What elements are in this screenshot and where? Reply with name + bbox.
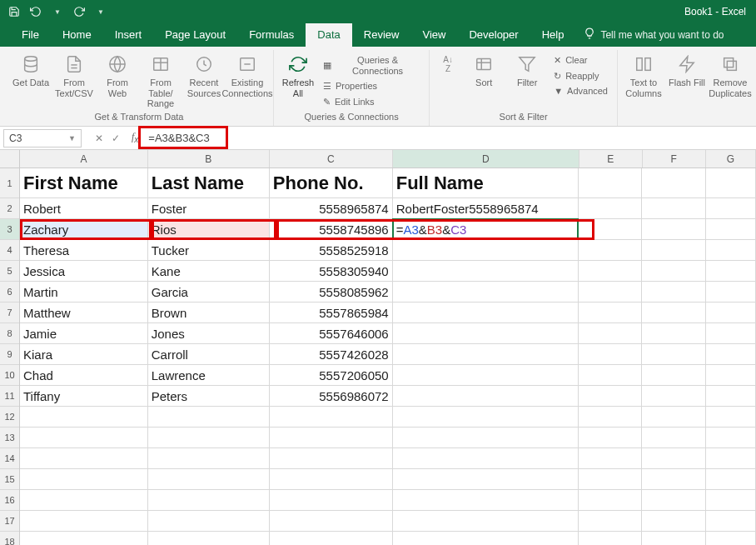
cell[interactable] [579,282,642,302]
cell[interactable] [148,469,270,490]
cell[interactable] [148,490,270,511]
tab-home[interactable]: Home [51,23,103,47]
cell[interactable] [642,168,705,198]
row-header[interactable]: 8 [0,323,19,344]
sort-az-button[interactable]: A↓Z [436,52,460,75]
cell[interactable]: Robert [20,198,148,219]
cell[interactable] [579,428,642,448]
row-header[interactable]: 2 [0,198,19,219]
from-table-button[interactable]: From Table/ Range [142,52,180,109]
row-header[interactable]: 3 [0,219,19,240]
cell[interactable] [706,511,756,532]
cell[interactable] [642,240,705,261]
cell[interactable] [20,428,148,448]
refresh-all-button[interactable]: Refresh All [281,52,316,98]
cell[interactable] [270,511,393,532]
cell[interactable]: Kane [148,261,270,282]
clear-button[interactable]: ✕Clear [551,53,610,68]
cell[interactable] [579,365,642,386]
cell[interactable]: Carroll [148,344,270,365]
cell[interactable] [148,511,270,532]
cell[interactable]: Last Name [148,168,270,198]
cell[interactable] [270,469,393,490]
col-header[interactable]: D [393,150,579,168]
cell[interactable]: 5557865984 [270,302,393,323]
cell[interactable] [642,365,705,386]
row-header[interactable]: 12 [0,407,19,428]
row-header[interactable]: 1 [0,168,19,198]
row-header[interactable]: 14 [0,448,19,469]
cell[interactable] [393,240,579,261]
cell[interactable]: Tiffany [20,386,148,407]
recent-sources-button[interactable]: Recent Sources [185,52,223,98]
cell[interactable] [642,282,705,302]
cell[interactable] [393,302,579,323]
cell[interactable] [270,407,393,428]
cell[interactable] [393,386,579,407]
tab-page-layout[interactable]: Page Layout [153,23,237,47]
cell[interactable] [706,344,756,365]
cell[interactable] [393,261,579,282]
cell[interactable] [642,386,705,407]
row-header[interactable]: 6 [0,282,19,302]
cell[interactable] [642,261,705,282]
row-header[interactable]: 15 [0,469,19,490]
reapply-button[interactable]: ↻Reapply [551,69,610,83]
from-web-button[interactable]: From Web [98,52,137,98]
cell[interactable] [706,261,756,282]
cell[interactable]: Chad [20,365,148,386]
cell[interactable] [706,323,756,344]
cell[interactable] [579,448,642,469]
cell[interactable] [579,302,642,323]
cell[interactable] [20,469,148,490]
cell-editing[interactable]: =A3&B3&C3 [393,219,579,240]
cell[interactable] [579,386,642,407]
cell[interactable] [393,511,579,532]
text-to-columns-button[interactable]: Text to Columns [624,52,663,98]
cell[interactable] [706,490,756,511]
row-header[interactable]: 10 [0,365,19,386]
cell[interactable] [579,511,642,532]
row-header[interactable]: 7 [0,302,19,323]
cell[interactable] [706,407,756,428]
cell[interactable]: Zachary [20,219,148,240]
col-header[interactable]: B [148,150,270,168]
formula-input[interactable]: =A3&B3&C3 [143,129,756,148]
cell[interactable] [148,448,270,469]
cell[interactable] [642,323,705,344]
col-header[interactable]: G [706,150,756,168]
cell[interactable]: Rios [148,219,270,240]
cell[interactable] [20,490,148,511]
cell[interactable]: Lawrence [148,365,270,386]
row-header[interactable]: 4 [0,240,19,261]
cell[interactable] [270,448,393,469]
cell[interactable]: 5557426028 [270,344,393,365]
cell[interactable] [393,448,579,469]
row-header[interactable]: 9 [0,344,19,365]
tab-insert[interactable]: Insert [103,23,154,47]
get-data-button[interactable]: Get Data [12,52,50,88]
qat-customize-icon[interactable]: ▼ [93,4,108,19]
cell[interactable] [706,448,756,469]
tab-review[interactable]: Review [352,23,411,47]
cell[interactable]: 5558745896 [270,219,393,240]
cell[interactable] [579,240,642,261]
filter-button[interactable]: Filter [508,52,546,88]
spreadsheet-grid[interactable]: 1 2 3 4 5 6 7 8 9 10 11 12 13 14 15 16 1… [0,150,756,545]
cell[interactable]: Jessica [20,261,148,282]
cell[interactable] [706,168,756,198]
cell[interactable]: Full Name [393,168,579,198]
cell[interactable] [393,407,579,428]
cell[interactable] [642,198,705,219]
row-header[interactable]: 11 [0,386,19,407]
cell[interactable] [393,428,579,448]
cell[interactable] [579,323,642,344]
cell[interactable]: RobertFoster5558965874 [393,198,579,219]
cell[interactable] [579,168,642,198]
tab-developer[interactable]: Developer [457,23,530,47]
cell[interactable]: Phone No. [270,168,393,198]
cell[interactable] [642,219,705,240]
col-header[interactable]: C [270,150,393,168]
col-header[interactable]: E [579,150,643,168]
name-box[interactable]: C3 ▼ [3,129,82,148]
